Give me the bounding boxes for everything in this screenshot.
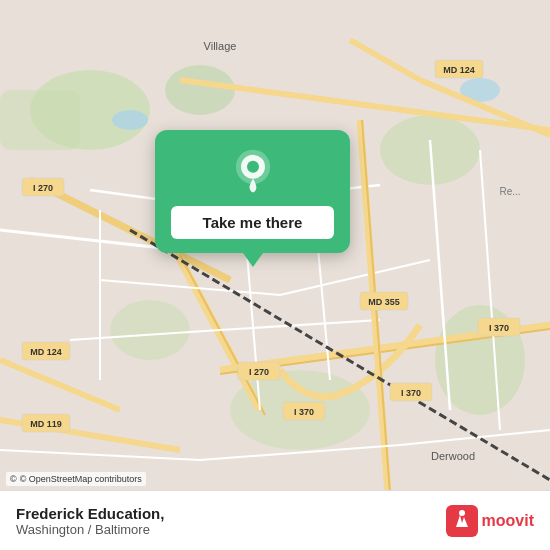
svg-text:I 370: I 370 — [489, 323, 509, 333]
moovit-logo: moovit — [446, 505, 534, 537]
svg-rect-6 — [0, 90, 80, 150]
svg-text:I 270: I 270 — [33, 183, 53, 193]
svg-text:MD 355: MD 355 — [368, 297, 400, 307]
svg-point-64 — [459, 510, 465, 516]
copyright-text: © OpenStreetMap contributors — [20, 474, 142, 484]
place-info: Frederick Education, Washington / Baltim… — [16, 505, 164, 537]
map-container: I 270 MD 124 MD 124 I 270 MD 355 I 370 I… — [0, 0, 550, 550]
svg-text:I 370: I 370 — [401, 388, 421, 398]
location-pin-icon — [229, 148, 277, 196]
copyright-notice: © © OpenStreetMap contributors — [6, 472, 146, 486]
moovit-brand-icon — [446, 505, 478, 537]
svg-text:Re...: Re... — [499, 186, 520, 197]
svg-point-8 — [112, 110, 148, 130]
svg-point-4 — [110, 300, 190, 360]
popup-card: Take me there — [155, 130, 350, 253]
svg-text:MD 124: MD 124 — [443, 65, 475, 75]
svg-rect-63 — [446, 505, 478, 537]
moovit-text: moovit — [482, 512, 534, 530]
map-background: I 270 MD 124 MD 124 I 270 MD 355 I 370 I… — [0, 0, 550, 550]
svg-text:Derwood: Derwood — [431, 450, 475, 462]
svg-point-7 — [165, 65, 235, 115]
take-me-there-button[interactable]: Take me there — [171, 206, 334, 239]
place-city: Washington / Baltimore — [16, 522, 164, 537]
copyright-symbol: © — [10, 474, 17, 484]
place-name: Frederick Education, — [16, 505, 164, 522]
svg-text:MD 119: MD 119 — [30, 419, 62, 429]
svg-text:I 370: I 370 — [294, 407, 314, 417]
svg-text:I 270: I 270 — [249, 367, 269, 377]
bottom-bar: Frederick Education, Washington / Baltim… — [0, 490, 550, 550]
svg-point-62 — [247, 161, 259, 173]
svg-text:Village: Village — [204, 40, 237, 52]
svg-text:MD 124: MD 124 — [30, 347, 62, 357]
